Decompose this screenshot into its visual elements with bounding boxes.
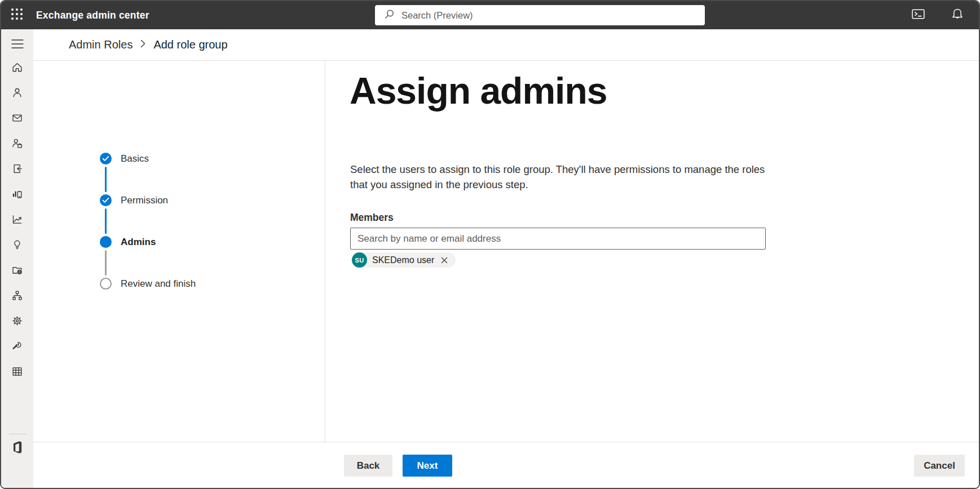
top-bar: Exchange admin center: [1, 1, 979, 29]
person-briefcase-icon: [11, 137, 23, 152]
sidebar-item-settings[interactable]: [1, 316, 33, 328]
page-arrow-icon: [11, 163, 23, 177]
step-current-icon: [100, 236, 112, 248]
step-completed-icon: [100, 153, 112, 165]
cancel-button[interactable]: Cancel: [914, 455, 965, 477]
description-line-2: that you assigned in the previous step.: [350, 177, 765, 193]
sidebar-item-chart-device[interactable]: [1, 189, 33, 201]
gear-icon: [11, 315, 23, 329]
app-launcher-button[interactable]: [7, 6, 27, 25]
main-content: Assign admins Select the users to assign…: [326, 61, 979, 442]
sidebar-item-table[interactable]: [1, 367, 33, 379]
sitemap-icon: [11, 290, 23, 304]
notifications-button[interactable]: [947, 5, 968, 25]
terminal-icon: [911, 8, 925, 23]
office-logo-icon: [11, 441, 24, 456]
sidebar-item-folder-globe[interactable]: [1, 265, 33, 277]
members-search-input[interactable]: [350, 228, 766, 250]
bell-icon: [951, 8, 964, 23]
step-label: Admins: [121, 237, 156, 248]
remove-member-button[interactable]: [440, 256, 449, 265]
step-label: Permission: [121, 195, 168, 206]
step-completed-icon: [100, 194, 112, 206]
search-icon: [384, 9, 395, 22]
lightbulb-icon: [11, 239, 23, 253]
step-basics[interactable]: Basics: [100, 153, 196, 165]
sidebar-item-person[interactable]: [1, 88, 33, 100]
chevron-right-icon: [140, 39, 145, 50]
table-icon: [11, 366, 23, 380]
member-chip: SU SKEDemo user: [352, 252, 456, 268]
sidebar-item-sitemap[interactable]: [1, 291, 33, 303]
step-upcoming-icon: [100, 278, 112, 290]
wizard-footer: Back Next Cancel: [33, 442, 979, 488]
app-title: Exchange admin center: [36, 1, 149, 29]
sidebar-item-tools[interactable]: [1, 341, 33, 353]
step-label: Review and finish: [121, 278, 196, 290]
sidebar-item-lightbulb[interactable]: [1, 240, 33, 252]
global-search-box[interactable]: [375, 5, 705, 25]
next-button[interactable]: Next: [403, 455, 452, 477]
step-label: Basics: [121, 153, 149, 165]
step-review-and-finish[interactable]: Review and finish: [100, 278, 196, 290]
step-connector: [105, 250, 107, 275]
hamburger-icon: [11, 39, 24, 51]
person-icon: [11, 87, 23, 101]
breadcrumb-add-role-group: Add role group: [153, 38, 227, 51]
step-connector: [105, 208, 107, 234]
sidebar-item-mail[interactable]: [1, 113, 33, 125]
trend-chart-icon: [11, 214, 23, 228]
step-permission[interactable]: Permission: [100, 194, 196, 206]
global-search-input[interactable]: [401, 10, 705, 21]
description-line-1: Select the users to assign to this role …: [350, 162, 765, 177]
exchange-admin-window: Exchange admin center: [0, 0, 980, 489]
back-button[interactable]: Back: [344, 455, 392, 477]
chart-device-icon: [11, 188, 23, 202]
wrench-icon: [11, 340, 23, 354]
page-title: Assign admins: [350, 69, 607, 113]
rail-divider: [9, 434, 26, 434]
page-description: Select the users to assign to this role …: [350, 162, 765, 192]
breadcrumb: Admin Roles Add role group: [33, 29, 979, 61]
step-admins[interactable]: Admins: [100, 236, 196, 248]
left-nav-rail: [1, 29, 33, 488]
member-name: SKEDemo user: [372, 255, 434, 265]
wizard-steps: Basics Permission Admins Review and fini…: [100, 153, 196, 290]
sidebar-item-office[interactable]: [1, 442, 33, 455]
home-icon: [11, 61, 23, 75]
sidebar-item-trend-chart[interactable]: [1, 215, 33, 226]
avatar: SU: [352, 252, 367, 268]
mail-icon: [11, 112, 23, 126]
sidebar-item-home[interactable]: [1, 63, 33, 74]
nav-toggle-button[interactable]: [1, 37, 33, 53]
nav-rail-bottom: [1, 434, 33, 455]
folder-globe-icon: [11, 264, 23, 278]
breadcrumb-admin-roles[interactable]: Admin Roles: [69, 38, 133, 51]
step-connector: [105, 167, 107, 192]
sidebar-item-page-arrow[interactable]: [1, 164, 33, 176]
powershell-button[interactable]: [908, 5, 928, 25]
nav-icon-list: [1, 63, 33, 379]
wizard-steps-panel: Basics Permission Admins Review and fini…: [33, 61, 325, 442]
sidebar-item-person-briefcase[interactable]: [1, 139, 33, 150]
waffle-icon: [10, 7, 24, 24]
members-label: Members: [350, 212, 394, 224]
